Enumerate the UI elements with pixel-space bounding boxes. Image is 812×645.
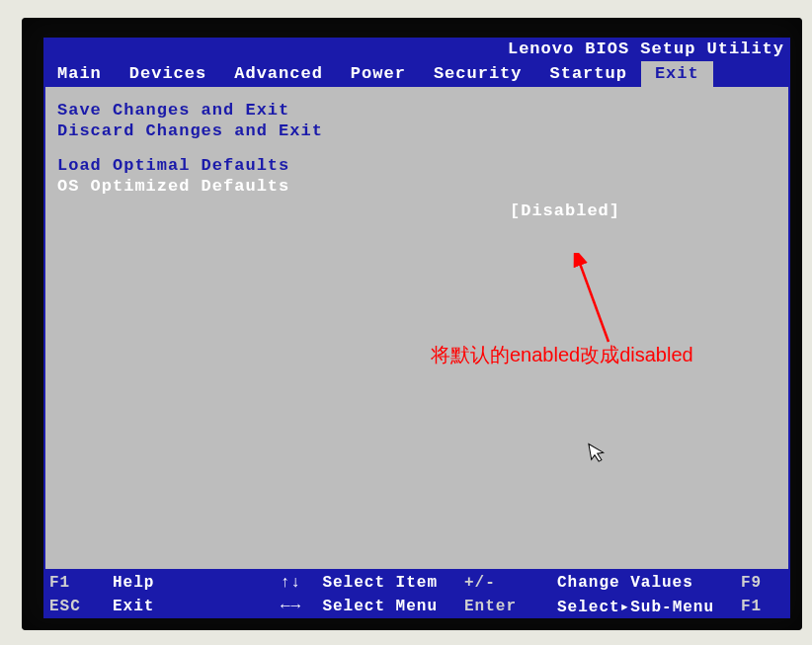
- label-select-menu: ←→ Select Menu: [281, 598, 458, 615]
- label-help: Help: [113, 574, 281, 592]
- label-change-values: Change Values: [557, 574, 735, 592]
- option-os-optimized[interactable]: OS Optimized Defaults: [57, 177, 776, 196]
- tab-main[interactable]: Main: [43, 61, 116, 87]
- option-os-optimized-value[interactable]: [Disabled]: [510, 202, 620, 220]
- monitor-bezel: Lenovo BIOS Setup Utility Main Devices A…: [22, 18, 802, 630]
- label-sub-menu: Select▸Sub-Menu: [557, 597, 735, 616]
- tab-power[interactable]: Power: [337, 61, 420, 87]
- key-plusminus: +/-: [458, 574, 557, 592]
- footer-help: F1 Help ↑↓ Select Item +/- Change Values…: [43, 571, 790, 618]
- key-f1: F1: [43, 574, 113, 592]
- bios-screen: Lenovo BIOS Setup Utility Main Devices A…: [43, 38, 790, 620]
- menu-bar: Main Devices Advanced Power Security Sta…: [43, 61, 790, 87]
- key-f10: F1: [735, 598, 774, 615]
- tab-startup[interactable]: Startup: [536, 61, 641, 87]
- label-exit: Exit: [113, 598, 281, 615]
- annotation-arrow: [569, 253, 648, 352]
- option-discard-exit[interactable]: Discard Changes and Exit: [57, 121, 776, 140]
- key-enter: Enter: [458, 598, 557, 615]
- tab-devices[interactable]: Devices: [116, 61, 220, 87]
- annotation-text: 将默认的enabled改成disabled: [431, 342, 693, 368]
- option-load-defaults[interactable]: Load Optimal Defaults: [57, 156, 776, 175]
- key-f9: F9: [735, 574, 774, 592]
- tab-security[interactable]: Security: [420, 61, 536, 87]
- content-panel: Save Changes and Exit Discard Changes an…: [43, 87, 790, 571]
- svg-line-0: [579, 261, 609, 342]
- key-esc: ESC: [43, 598, 113, 615]
- tab-advanced[interactable]: Advanced: [220, 61, 337, 87]
- mouse-cursor-icon: [587, 439, 611, 470]
- option-save-exit[interactable]: Save Changes and Exit: [57, 101, 776, 120]
- label-select-item: ↑↓ Select Item: [281, 574, 458, 592]
- tab-exit[interactable]: Exit: [641, 61, 713, 87]
- bios-title: Lenovo BIOS Setup Utility: [43, 38, 790, 61]
